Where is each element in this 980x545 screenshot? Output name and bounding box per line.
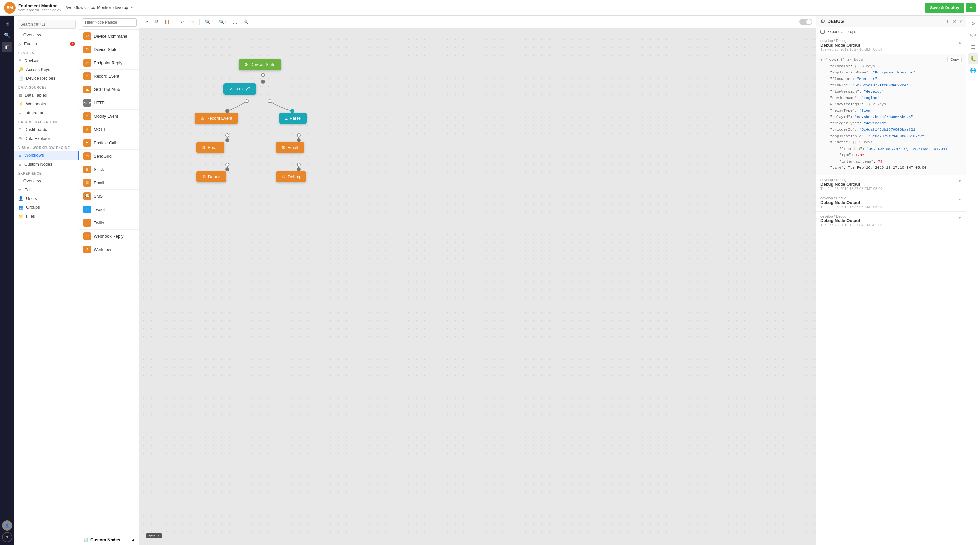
node-device-state[interactable]: ⚙ Device: State (239, 59, 281, 70)
undo-button[interactable]: ↩ (178, 18, 186, 25)
canvas[interactable]: ⚙ Device: State ✓ is okay? ⚠ Record Even… (140, 28, 816, 545)
dropdown-icon[interactable]: ▼ (130, 6, 133, 10)
save-deploy-button[interactable]: Save & Deploy (925, 3, 964, 13)
palette-item-particle-call[interactable]: ✦ Particle Call (80, 136, 139, 150)
palette-item-http[interactable]: HTTP HTTP (80, 96, 139, 110)
redo-button[interactable]: ↪ (188, 18, 196, 25)
sidebar-item-access-keys[interactable]: 🔑 Access Keys (14, 65, 79, 74)
palette-item-endpoint-reply[interactable]: ↩ Endpoint Reply (80, 56, 139, 70)
palette-item-modify-event[interactable]: ⚠ Modify Event (80, 110, 139, 123)
divider1 (175, 19, 175, 25)
nav-icon-box[interactable]: ◧ (2, 41, 12, 52)
add-node-button[interactable]: + (258, 18, 264, 25)
palette-item-record-event[interactable]: ⚠ Record Event (80, 70, 139, 83)
right-rail-debug-icon[interactable]: 🐛 (968, 53, 978, 64)
debug-entry-4-header[interactable]: develop / Debug Debug Node Output Tue Fe… (816, 212, 966, 229)
save-deploy-arrow[interactable]: ▼ (966, 3, 976, 12)
right-rail-code-icon[interactable]: </> (968, 30, 978, 40)
node-email-1[interactable]: ✉ Email (196, 142, 224, 153)
copy-button-debug[interactable]: Copy (948, 57, 962, 62)
toggle-switch[interactable] (799, 19, 812, 25)
palette-item-tweet[interactable]: 🐦 Tweet (80, 203, 139, 216)
debug-header: ⚙ DEBUG ⏸ ✕ ? (816, 16, 966, 27)
sidebar-item-overview[interactable]: ○ Overview (14, 30, 79, 39)
fit-button[interactable]: ⛶ (231, 18, 239, 25)
sidebar-item-data-explorer[interactable]: ◎ Data Explorer (14, 134, 79, 143)
zoom-out-button[interactable]: 🔍− (203, 18, 215, 25)
sidebar-item-workflows[interactable]: ⊞ Workflows (14, 151, 79, 160)
zoom-in-button[interactable]: 🔍+ (217, 18, 229, 25)
svg-point-8 (297, 134, 301, 137)
device-state-node-icon: ⚙ (245, 62, 248, 67)
palette-item-mqtt[interactable]: ⚡ MQTT (80, 123, 139, 136)
sidebar-access-keys-label: Access Keys (26, 67, 50, 72)
node-parse[interactable]: Σ Parse (279, 113, 307, 124)
expand-all-checkbox[interactable] (820, 30, 824, 34)
devices-icon: ⊞ (18, 58, 22, 63)
search-canvas-button[interactable]: 🔍 (241, 18, 251, 25)
sidebar-search[interactable] (18, 20, 76, 29)
debug-help-button[interactable]: ? (959, 19, 962, 24)
debug-entry-2-header[interactable]: develop / Debug Debug Node Output Tue Fe… (816, 175, 966, 193)
sidebar-item-devices[interactable]: ⊞ Devices (14, 56, 79, 65)
svg-point-0 (261, 73, 265, 77)
sms-icon: 💬 (83, 192, 91, 200)
palette-item-device-command[interactable]: ⚙ Device Command (80, 30, 139, 43)
right-rail-list-icon[interactable]: ☰ (968, 41, 978, 52)
node-debug-2[interactable]: ⚙ Debug (276, 171, 306, 182)
gcp-pubsub-icon: ☁ (83, 86, 91, 93)
palette-item-slack[interactable]: ⊕ Slack (80, 163, 139, 176)
node-debug-1[interactable]: ⚙ Debug (196, 171, 226, 182)
palette-item-twilio[interactable]: T Twilio (80, 216, 139, 229)
debug-entry-3-header[interactable]: develop / Debug Debug Node Output Tue Fe… (816, 193, 966, 211)
nav-icon-apps[interactable]: ⊞ (2, 18, 12, 29)
files-icon: 📁 (18, 214, 24, 218)
breadcrumb-root[interactable]: Workflows (66, 5, 86, 10)
sidebar-item-device-recipes[interactable]: 📄 Device Recipes (14, 74, 79, 83)
debug-pause-button[interactable]: ⏸ (946, 19, 951, 24)
sidebar-item-dashboards[interactable]: ⊡ Dashboards (14, 125, 79, 134)
palette-item-workflow[interactable]: ⟳ Workflow (80, 243, 139, 256)
sidebar-item-groups[interactable]: 👥 Groups (14, 203, 79, 212)
debug-entry-1-header[interactable]: develop / Debug Debug Node Output Tue Fe… (816, 36, 966, 54)
sidebar-item-custom-nodes[interactable]: ⊞ Custom Nodes (14, 160, 79, 169)
user-avatar[interactable]: 👤 (2, 520, 12, 531)
sidebar-item-users[interactable]: 👤 Users (14, 194, 79, 203)
sidebar-item-webhooks[interactable]: ⚡ Webhooks (14, 99, 79, 108)
sidebar-item-files[interactable]: 📁 Files (14, 212, 79, 220)
nav-icon-search[interactable]: 🔍 (2, 30, 12, 40)
node-email-2[interactable]: ✉ Email (276, 142, 304, 153)
breadcrumb-sep: › (88, 5, 89, 10)
palette-workflow-label: Workflow (94, 247, 111, 252)
sidebar-item-exp-overview[interactable]: ○ Overview (14, 177, 79, 185)
copy-button[interactable]: ⧉ (153, 18, 160, 25)
palette-item-device-state[interactable]: ⚙ Device State (80, 43, 139, 56)
sidebar-item-integrations[interactable]: ⊕ Integrations (14, 108, 79, 117)
palette-item-sendgrid[interactable]: ✉ SendGrid (80, 150, 139, 163)
palette-tweet-label: Tweet (94, 207, 105, 212)
debug-entry-4-label: Debug Node Output (820, 218, 956, 223)
sidebar-item-events[interactable]: △ Events 4 (14, 39, 79, 48)
node-is-okay[interactable]: ✓ is okay? (223, 83, 256, 95)
debug-entry-3-time: Tue Feb 26, 2019 18:27:06 GMT-05:00 (820, 205, 956, 209)
paste-button[interactable]: 📋 (162, 18, 172, 25)
help-icon[interactable]: ? (2, 532, 12, 542)
palette-item-gcp-pubsub[interactable]: ☁ GCP Pub/Sub (80, 83, 139, 96)
palette-item-webhook-reply[interactable]: ↩ Webhook Reply (80, 229, 139, 243)
palette-item-email[interactable]: ✉ Email (80, 176, 139, 190)
palette-custom-nodes-header[interactable]: 📊 Custom Nodes ▲ (80, 535, 139, 545)
palette-gcp-pubsub-label: GCP Pub/Sub (94, 87, 120, 92)
json-line-triggerid: "triggerId": "5c6daf145db1570006baef21" (820, 126, 962, 133)
palette-search[interactable] (82, 18, 137, 27)
sidebar-item-edit[interactable]: ✏ Edit (14, 185, 79, 194)
right-rail-globe-icon[interactable]: 🌐 (968, 65, 978, 75)
cut-button[interactable]: ✂ (143, 18, 151, 25)
debug-close-button[interactable]: ✕ (953, 19, 956, 24)
debug-entry-3-label: Debug Node Output (820, 200, 956, 205)
right-rail-settings-icon[interactable]: ⚙ (968, 18, 978, 29)
data-explorer-icon: ◎ (18, 136, 22, 141)
node-record-event[interactable]: ⚠ Record Event (195, 113, 238, 124)
sidebar-item-data-tables[interactable]: ▦ Data Tables (14, 91, 79, 99)
json-line-relayid: "relayId": "5c75be47b90af7000665b9a5" (820, 114, 962, 120)
palette-item-sms[interactable]: 💬 SMS (80, 190, 139, 203)
